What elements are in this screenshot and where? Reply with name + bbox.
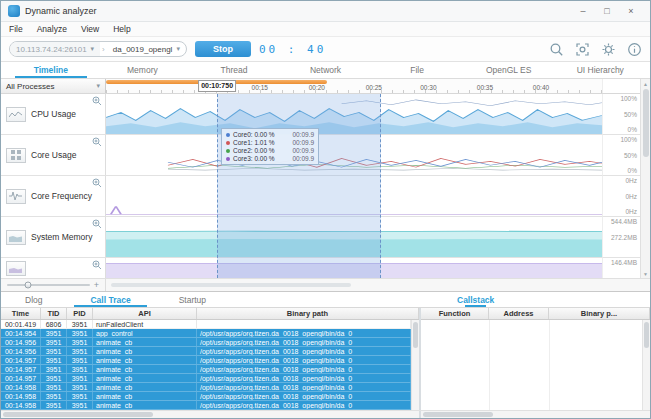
cell-time: 00:14.956 xyxy=(1,347,41,355)
menu-help[interactable]: Help xyxy=(113,24,130,34)
column-header-time[interactable]: Time xyxy=(1,308,41,319)
tab-file[interactable]: File xyxy=(371,62,463,78)
callstack-pane-title[interactable]: Callstack xyxy=(457,292,494,307)
settings-gear-icon[interactable] xyxy=(601,42,616,57)
window-title: Dynamic analyzer xyxy=(25,6,97,16)
cell-path: /opt/usr/apps/org.tizen.da_0018_opengl/b… xyxy=(197,356,411,364)
time-ruler[interactable]: 00:15 00:20 00:25 00:30 00:35 00:40 00:1… xyxy=(106,79,602,93)
call-trace-row[interactable]: 00:14.95639513951animate_cb/opt/usr/apps… xyxy=(1,347,411,356)
tab-startup[interactable]: Startup xyxy=(155,292,230,307)
core-frequency-icon xyxy=(6,189,26,204)
cell-time: 00:14.957 xyxy=(1,356,41,364)
system-memory-chart[interactable] xyxy=(106,217,602,258)
time-marker[interactable]: 00:10:750 xyxy=(198,80,236,92)
callstack-hscroll-thumb[interactable] xyxy=(423,412,493,417)
system-memory-scale: 544.4MB 272.2MB xyxy=(602,217,640,258)
cell-path: /opt/usr/apps/org.tizen.da_0018_opengl/b… xyxy=(197,365,411,373)
call-trace-row[interactable]: 00:14.95839513951animate_cb/opt/usr/apps… xyxy=(1,392,411,401)
callstack-rows xyxy=(421,320,642,410)
zoom-slider-track[interactable] xyxy=(7,284,90,286)
call-trace-row[interactable]: 00:14.95439513951app_control/opt/usr/app… xyxy=(1,329,411,338)
zoom-in-icon[interactable] xyxy=(92,178,102,188)
process-filter-select[interactable]: All Processes ▾ xyxy=(1,79,106,93)
zoom-in-icon[interactable] xyxy=(92,137,102,147)
capture-icon[interactable] xyxy=(575,42,590,57)
column-header-api[interactable]: API xyxy=(93,308,197,319)
timeline-hscrollbar[interactable] xyxy=(106,279,650,291)
scroll-down-icon[interactable]: ▼ xyxy=(643,269,648,278)
column-header-function[interactable]: Function xyxy=(421,308,489,319)
row-label-cell: Core Usage xyxy=(1,135,106,176)
core-usage-chart[interactable] xyxy=(106,135,602,176)
zoom-in-icon[interactable] xyxy=(92,260,102,270)
callstack-header: Function Address Binary p... xyxy=(421,308,650,320)
column-header-binary[interactable]: Binary p... xyxy=(549,308,650,319)
timeline-vscroll-thumb[interactable] xyxy=(643,89,649,157)
menu-file[interactable]: File xyxy=(9,24,23,34)
zoom-in-icon[interactable] xyxy=(92,219,102,229)
minimize-button[interactable]: – xyxy=(571,6,595,16)
scale-label: 272.2MB xyxy=(611,234,637,241)
close-button[interactable]: × xyxy=(619,6,643,16)
tab-memory[interactable]: Memory xyxy=(97,62,189,78)
info-icon[interactable] xyxy=(627,42,642,57)
call-trace-hscrollbar[interactable] xyxy=(1,411,421,418)
app-window: Dynamic analyzer – □ × File Analyze View… xyxy=(0,0,651,419)
cell-tid: 3951 xyxy=(41,401,67,409)
column-header-address[interactable]: Address xyxy=(489,308,549,319)
zoom-slider-handle[interactable] xyxy=(24,282,31,289)
stop-button[interactable]: Stop xyxy=(195,41,251,57)
search-icon[interactable] xyxy=(549,42,564,57)
menu-view[interactable]: View xyxy=(81,24,99,34)
core-frequency-chart[interactable] xyxy=(106,176,602,217)
column-header-pid[interactable]: PID xyxy=(67,308,93,319)
cell-path: /opt/usr/apps/org.tizen.da_0018_opengl/b… xyxy=(197,374,411,382)
zoom-in-icon[interactable] xyxy=(92,96,102,106)
call-trace-row[interactable]: 00:14.95739513951animate_cb/opt/usr/apps… xyxy=(1,374,411,383)
call-trace-vscroll-thumb[interactable] xyxy=(413,322,418,348)
cell-path: /opt/usr/apps/org.tizen.da_0018_opengl/b… xyxy=(197,329,411,337)
app-select[interactable]: da_0019_opengl ▾ xyxy=(107,45,186,54)
cpu-usage-icon xyxy=(6,107,26,122)
tab-thread[interactable]: Thread xyxy=(188,62,280,78)
cell-pid: 3951 xyxy=(67,401,93,409)
tab-opengl-es[interactable]: OpenGL ES xyxy=(463,62,555,78)
timeline-vscrollbar[interactable]: ▲ ▼ xyxy=(640,79,650,278)
cell-api: animate_cb xyxy=(93,392,197,400)
process-memory-chart[interactable] xyxy=(106,258,602,279)
ruler-tick: 00:25 xyxy=(366,84,382,91)
ruler-tick: 00:15 xyxy=(252,84,268,91)
callstack-vscroll-thumb[interactable] xyxy=(644,322,649,348)
row-label-cell: CPU Usage xyxy=(1,94,106,135)
scroll-up-icon[interactable]: ▲ xyxy=(643,79,648,88)
tab-network[interactable]: Network xyxy=(280,62,372,78)
cpu-usage-chart[interactable] xyxy=(106,94,602,135)
zoom-plus-icon[interactable]: + xyxy=(94,281,99,290)
tab-ui-hierarchy[interactable]: UI Hierarchy xyxy=(554,62,646,78)
callstack-hscrollbar[interactable] xyxy=(421,411,650,418)
column-header-tid[interactable]: TID xyxy=(41,308,67,319)
window-controls: – □ × xyxy=(571,6,643,16)
column-header-binary-path[interactable]: Binary path xyxy=(197,308,419,319)
toolbar: 10.113.74.24:26101 ▾ › da_0019_opengl ▾ … xyxy=(1,37,650,62)
menu-analyze[interactable]: Analyze xyxy=(37,24,67,34)
call-trace-row[interactable]: 00:14.95739513951animate_cb/opt/usr/apps… xyxy=(1,365,411,374)
tab-call-trace[interactable]: Call Trace xyxy=(66,292,154,307)
call-trace-row[interactable]: 00:14.95839513951animate_cb/opt/usr/apps… xyxy=(1,383,411,392)
bottom-tabs-left: Dlog Call Trace Startup xyxy=(1,292,421,307)
call-trace-row[interactable]: 00:14.95739513951animate_cb/opt/usr/apps… xyxy=(1,356,411,365)
call-trace-hscroll-thumb[interactable] xyxy=(3,412,153,417)
call-trace-vscrollbar[interactable] xyxy=(411,320,419,410)
call-trace-row[interactable]: 00:14.95639513951animate_cb/opt/usr/apps… xyxy=(1,338,411,347)
call-trace-row[interactable]: 00:01.41968063951runFailedClient xyxy=(1,320,411,329)
cell-tid: 3951 xyxy=(41,347,67,355)
tab-dlog[interactable]: Dlog xyxy=(1,292,66,307)
callstack-vscrollbar[interactable] xyxy=(642,320,650,410)
cell-api: app_control xyxy=(93,329,197,337)
maximize-button[interactable]: □ xyxy=(595,6,619,16)
timeline-hscroll-thumb[interactable] xyxy=(111,283,350,287)
call-trace-row[interactable]: 00:14.95839513951animate_cb/opt/usr/apps… xyxy=(1,401,411,410)
tab-timeline[interactable]: Timeline xyxy=(5,62,97,78)
cell-time: 00:14.954 xyxy=(1,329,41,337)
device-ip-select[interactable]: 10.113.74.24:26101 ▾ xyxy=(10,42,100,56)
